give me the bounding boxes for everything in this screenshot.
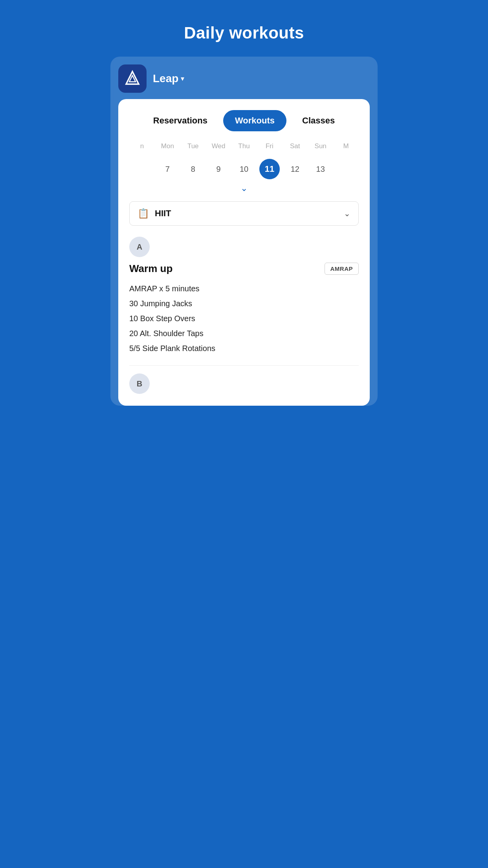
section-a-badge: AMRAP xyxy=(325,263,359,275)
app-icon xyxy=(118,64,147,93)
cal-label-fri: Fri xyxy=(257,142,282,150)
tab-workouts[interactable]: Workouts xyxy=(223,110,286,131)
card-inner: Reservations Workouts Classes n Mon Tue … xyxy=(118,99,370,406)
section-a-avatar: A xyxy=(129,237,150,257)
tab-bar: Reservations Workouts Classes xyxy=(129,110,359,131)
app-name: Leap xyxy=(153,72,178,85)
cal-date-13[interactable]: 13 xyxy=(308,161,333,178)
cal-date-12[interactable]: 12 xyxy=(282,161,308,178)
cal-date-10[interactable]: 10 xyxy=(231,161,257,178)
section-divider xyxy=(129,365,359,366)
tab-classes[interactable]: Classes xyxy=(290,110,347,131)
cal-date-11-wrapper[interactable]: 11 xyxy=(257,155,282,183)
section-a-header: Warm up AMRAP xyxy=(129,263,359,275)
section-a-title: Warm up xyxy=(129,263,172,275)
workout-type-label: HIIT xyxy=(155,208,344,219)
app-name-row[interactable]: Leap ▾ xyxy=(153,72,184,85)
dropdown-chevron-icon: ⌄ xyxy=(344,209,350,218)
app-header: Leap ▾ xyxy=(118,64,370,93)
workout-item-1: 30 Jumping Jacks xyxy=(129,298,359,309)
cal-label-wed: Wed xyxy=(206,142,231,150)
calendar: n Mon Tue Wed Thu Fri Sat Sun M 7 8 9 10… xyxy=(129,142,359,193)
card-wrapper: Leap ▾ Reservations Workouts Classes n M… xyxy=(110,57,378,406)
cal-date-7[interactable]: 7 xyxy=(155,161,180,178)
cal-label-thu: Thu xyxy=(231,142,257,150)
cal-date-8[interactable]: 8 xyxy=(180,161,206,178)
section-b-avatar: B xyxy=(129,373,150,394)
cal-date-empty-right xyxy=(333,165,359,173)
workout-item-4: 5/5 Side Plank Rotations xyxy=(129,342,359,354)
calendar-dates: 7 8 9 10 11 12 13 xyxy=(129,155,359,183)
calendar-day-labels: n Mon Tue Wed Thu Fri Sat Sun M xyxy=(129,142,359,150)
cal-label-mon: Mon xyxy=(155,142,180,150)
page-title: Daily workouts xyxy=(184,24,304,42)
tab-reservations[interactable]: Reservations xyxy=(141,110,219,131)
workout-item-0: AMRAP x 5 minutes xyxy=(129,283,359,294)
workout-item-3: 20 Alt. Shoulder Taps xyxy=(129,327,359,339)
cal-label-sun: Sun xyxy=(308,142,333,150)
clipboard-icon: 📋 xyxy=(138,208,149,219)
cal-label-m: M xyxy=(333,142,359,150)
section-a-items: AMRAP x 5 minutes 30 Jumping Jacks 10 Bo… xyxy=(129,283,359,354)
app-chevron-icon: ▾ xyxy=(181,74,184,83)
cal-date-empty-left xyxy=(129,165,155,173)
cal-label-tue: Tue xyxy=(180,142,206,150)
cal-label-n: n xyxy=(129,142,155,150)
workout-item-2: 10 Box Step Overs xyxy=(129,313,359,324)
cal-date-11: 11 xyxy=(259,159,280,179)
workout-type-dropdown[interactable]: 📋 HIIT ⌄ xyxy=(129,201,359,226)
cal-label-sat: Sat xyxy=(282,142,308,150)
cal-date-9[interactable]: 9 xyxy=(206,161,231,178)
calendar-expand-button[interactable]: ⌄ xyxy=(129,183,359,193)
